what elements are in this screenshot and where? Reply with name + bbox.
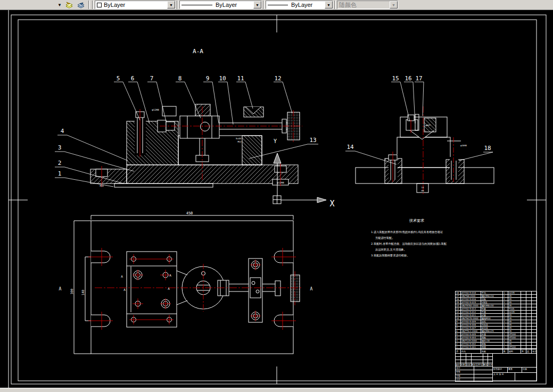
bom-header-cell: 数 [503, 349, 508, 354]
plotstyle-combo-dropdown-icon: ▼ [390, 1, 398, 9]
svg-text:10: 10 [219, 75, 226, 82]
bom-cell: 底座 [481, 346, 503, 349]
svg-text:A: A [168, 287, 170, 290]
linetype-combo-dropdown-icon[interactable]: ▼ [253, 1, 261, 9]
svg-text:H8: H8 [422, 189, 424, 192]
plotstyle-combo-value: 随颜色 [339, 1, 357, 9]
role-blank-cell [474, 366, 493, 370]
svg-text:140: 140 [81, 289, 85, 295]
svg-text:3: 3 [58, 144, 62, 151]
bom-header-cell: 单 [521, 349, 526, 354]
sheet-row: 共 张 第 张 [493, 373, 537, 381]
svg-text:14: 14 [422, 186, 424, 189]
object-properties-toolbar: ▼ ByLayer ▼ ByLayer ▼ By [0, 0, 553, 10]
role-label-cell: 设计 [456, 366, 474, 370]
svg-text:2: 2 [58, 160, 62, 166]
bom-cell: JXYY02-5-001 [461, 346, 481, 349]
svg-text:17: 17 [415, 75, 422, 82]
bom-cell: 1 [503, 346, 508, 349]
layer-previous-icon [77, 1, 86, 9]
bom-cell [526, 346, 532, 349]
side-view [356, 106, 494, 195]
color-combo-dropdown-icon[interactable]: ▼ [167, 1, 175, 9]
linetype-combo-value: ByLayer [216, 2, 237, 8]
svg-text:1.进入装配的零件及部件(包括外购件),均应具有检验合格证: 1.进入装配的零件及部件(包括外购件),均应具有检验合格证 [371, 230, 443, 234]
drawing-number-cell [493, 354, 537, 368]
svg-text:M10: M10 [100, 185, 104, 187]
svg-text:A: A [59, 287, 62, 291]
svg-text:φ12H8: φ12H8 [152, 109, 159, 111]
lineweight-combo-dropdown-icon[interactable]: ▼ [325, 1, 333, 9]
bom-cell: HT200 [508, 346, 521, 349]
title-block: 标记处数分区更改文件号签名年月日 设计校核审核工艺 阶段标记重量比例 共 张 第… [455, 354, 537, 382]
svg-text:5: 5 [117, 75, 120, 82]
lineweight-control-combo[interactable]: ByLayer ▼ [266, 1, 333, 9]
toolbar-separator [177, 1, 178, 9]
svg-text:3.装配后按图样要求进行检验。: 3.装配后按图样要求进行检验。 [371, 254, 409, 257]
stage-cell: 重量 [508, 368, 522, 373]
linetype-glyph-icon [181, 5, 212, 5]
svg-text:φ12H8: φ12H8 [277, 181, 284, 184]
bom-header-cell: 备注 [532, 349, 537, 354]
model-space-canvas[interactable]: 567891011121343211415161718 A-A450300140… [0, 10, 553, 388]
svg-text:6: 6 [131, 75, 135, 82]
bom-header-cell: 代号 [461, 349, 481, 354]
color-swatch-icon [97, 3, 102, 7]
svg-text:A: A [169, 273, 171, 277]
bom-table: 18JXYY02-5-018手轮1Q23517GB/T68-2000螺钉M6×1… [455, 291, 537, 349]
svg-text:A-A: A-A [193, 48, 203, 55]
color-control-combo[interactable]: ByLayer ▼ [95, 1, 176, 9]
toolbar-separator [334, 1, 336, 9]
svg-text:450: 450 [186, 211, 193, 215]
svg-text:φ10H8: φ10H8 [460, 144, 467, 147]
role-label-cell: 工艺 [456, 378, 474, 382]
svg-text:A: A [123, 288, 126, 291]
svg-text:13: 13 [309, 137, 316, 144]
signature-grid: 设计校核审核工艺 [456, 366, 493, 382]
bom-cell: 1 [456, 346, 461, 349]
svg-text:18: 18 [484, 145, 491, 152]
layer-previous-button[interactable] [76, 0, 87, 10]
svg-text:11: 11 [237, 75, 244, 82]
bom-header-cell: 序 [456, 349, 461, 354]
color-combo-value: ByLayer [104, 2, 125, 8]
svg-text:后运转灵活,无卡滞现象。: 后运转灵活,无卡滞现象。 [375, 248, 407, 252]
role-blank-cell [474, 370, 493, 374]
stage-cell: 阶段标记 [493, 368, 508, 373]
svg-text:12: 12 [274, 75, 281, 82]
svg-text:9: 9 [206, 75, 210, 82]
svg-text:Y: Y [274, 138, 277, 144]
bom-header-cell: 总 [526, 349, 532, 354]
svg-text:15: 15 [392, 75, 399, 82]
svg-text:A: A [310, 287, 313, 291]
plotstyle-control-combo: 随颜色 ▼ [337, 1, 398, 9]
sheet-count-cell: 共 张 第 张 [493, 373, 515, 381]
toolbar-separator [92, 1, 94, 9]
toolbar-separator [263, 1, 265, 9]
revision-grid: 标记处数分区更改文件号签名年月日 [456, 354, 493, 366]
bom-title-block: 18JXYY02-5-018手轮1Q23517GB/T68-2000螺钉M6×1… [455, 291, 537, 381]
window-bottom-edge [0, 388, 553, 392]
svg-text:300: 300 [70, 288, 73, 294]
bom-header-cell: 名称 [481, 349, 503, 354]
svg-text:φ8H7: φ8H7 [425, 124, 431, 127]
role-label-cell: 校核 [456, 370, 474, 374]
bom-header-row: 序代号名称数材料单总备注 [455, 349, 537, 354]
role-blank-cell [474, 374, 493, 378]
make-object-layer-current-button[interactable] [64, 0, 76, 10]
svg-text:14: 14 [346, 144, 354, 151]
technical-notes: 技术要求1.进入装配的零件及部件(包括外购件),均应具有检验合格证方能进行装配。… [371, 219, 447, 257]
stage-weight-scale-row: 阶段标记重量比例 [493, 368, 537, 373]
plan-view [74, 215, 302, 354]
svg-text:16: 16 [405, 75, 411, 82]
bom-cell [532, 346, 537, 349]
svg-text:X: X [329, 199, 334, 208]
linetype-control-combo[interactable]: ByLayer ▼ [179, 1, 262, 9]
stage-cell: 比例 [522, 368, 537, 373]
lineweight-glyph-icon [268, 5, 288, 5]
section-view-a-a [90, 104, 326, 204]
layer-combo-arrow-icon[interactable]: ▼ [55, 3, 64, 7]
role-label-cell: 审核 [456, 374, 474, 378]
svg-text:1: 1 [58, 170, 62, 177]
svg-text:4: 4 [61, 128, 64, 135]
